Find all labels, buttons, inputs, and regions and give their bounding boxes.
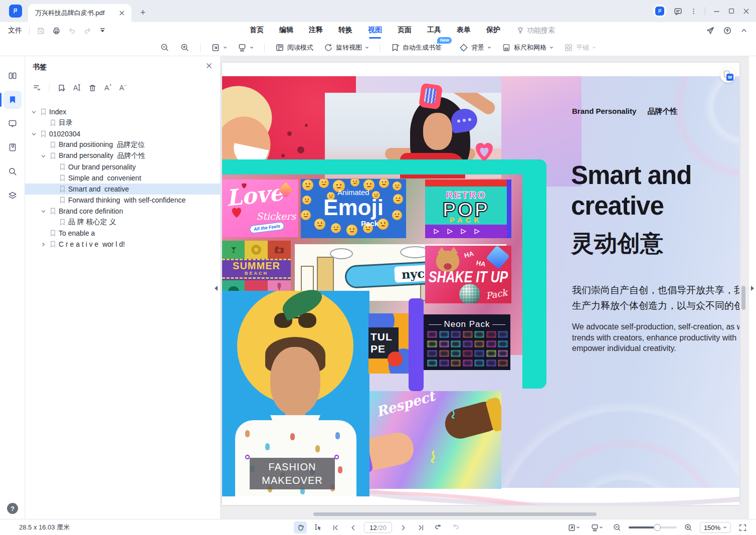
chevron-down-icon[interactable]: [40, 208, 50, 215]
rotate-view-dropdown[interactable]: 旋转视图: [322, 42, 371, 54]
expand-options-icon[interactable]: [33, 83, 42, 92]
chevron-down-icon[interactable]: [31, 109, 40, 115]
horizontal-scrollbar[interactable]: [313, 512, 597, 516]
ruler-grid-dropdown[interactable]: 标尺和网格: [500, 42, 555, 54]
menu-item-8[interactable]: 保护: [486, 22, 500, 39]
bookmark-row[interactable]: Index: [25, 106, 220, 117]
bookmark-icon: [50, 230, 59, 237]
zoom-out-button[interactable]: [158, 41, 171, 54]
app-badge-icon[interactable]: [653, 5, 666, 18]
expand-right-panel-icon[interactable]: [751, 286, 754, 291]
page-number-input[interactable]: 12 /20: [364, 522, 392, 533]
zoom-out-status-button[interactable]: [611, 521, 624, 533]
toolbar-collapse-icon[interactable]: [99, 27, 106, 35]
bookmark-row[interactable]: Simple and convenient: [25, 172, 220, 184]
menu-file[interactable]: 文件: [8, 26, 22, 35]
collapse-left-panel-icon[interactable]: [215, 286, 218, 291]
fit-width-dropdown[interactable]: [209, 42, 229, 54]
menu-item-1[interactable]: 编辑: [279, 22, 293, 39]
rename-bookmark-icon[interactable]: A: [73, 84, 81, 92]
bookmarks-panel-icon[interactable]: [4, 91, 22, 109]
share-icon[interactable]: [706, 26, 715, 35]
page-display-dropdown[interactable]: [236, 42, 256, 54]
bookmark-row[interactable]: Brand personality 品牌个性: [25, 150, 220, 161]
menu-item-6[interactable]: 工具: [427, 22, 441, 39]
more-menu-icon[interactable]: [690, 8, 697, 15]
help-button[interactable]: ?: [7, 503, 18, 514]
menu-item-7[interactable]: 表单: [457, 22, 471, 39]
bookmark-row[interactable]: Forward thinking with self-confidence: [25, 195, 220, 206]
save-icon[interactable]: [37, 27, 45, 35]
bookmark-row[interactable]: 目录: [25, 117, 220, 128]
fit-page-dropdown[interactable]: [564, 521, 583, 533]
zoom-level-dropdown[interactable]: 150%: [700, 522, 731, 533]
attachments-panel-icon[interactable]: [4, 138, 22, 156]
fashion-makeover-caption[interactable]: FASHION MAKEOVER: [250, 457, 335, 489]
bookmark-row[interactable]: Brand core definition: [25, 206, 220, 217]
chevron-right-icon[interactable]: [40, 241, 50, 248]
selection-handle[interactable]: [334, 455, 339, 459]
bookmark-row[interactable]: Brand positioning 品牌定位: [25, 139, 220, 150]
feedback-icon[interactable]: [674, 7, 682, 16]
vertical-scrollbar[interactable]: [741, 286, 745, 310]
comments-panel-icon[interactable]: [4, 114, 22, 132]
menu-item-2[interactable]: 注释: [309, 22, 323, 39]
panel-close-icon[interactable]: [206, 63, 212, 69]
selection-handle[interactable]: [245, 455, 250, 459]
menu-item-5[interactable]: 页面: [398, 22, 412, 39]
bookmark-row[interactable]: 品 牌 核心定 义: [25, 217, 220, 228]
document-tab[interactable]: 万兴科技品牌白皮书.pdf: [28, 4, 131, 22]
document-viewport[interactable]: Love Stickers All the Feels Animated Emo…: [221, 56, 756, 519]
previous-page-button[interactable]: [346, 521, 359, 533]
background-dropdown[interactable]: 背景: [457, 42, 493, 54]
previous-view-button[interactable]: [432, 521, 445, 533]
menu-item-0[interactable]: 首页: [250, 22, 264, 39]
layers-panel-icon[interactable]: [4, 187, 22, 205]
bookmark-label: 01020304: [49, 130, 80, 138]
hand-tool-button[interactable]: [294, 521, 307, 533]
bookmark-row[interactable]: To enable a: [25, 228, 220, 239]
expand-all-icon[interactable]: A+: [104, 84, 112, 92]
zoom-slider[interactable]: [629, 526, 677, 528]
maximize-button[interactable]: [728, 8, 735, 15]
delete-bookmark-icon[interactable]: [88, 84, 97, 92]
collapse-all-icon[interactable]: A−: [119, 84, 127, 92]
thumbnails-panel-icon[interactable]: [4, 67, 22, 85]
minimize-button[interactable]: [713, 8, 720, 15]
sync-icon[interactable]: [723, 26, 732, 35]
bookmark-label: Brand personality 品牌个性: [59, 151, 145, 160]
zoom-slider-knob[interactable]: [654, 524, 661, 531]
last-page-button[interactable]: [414, 521, 427, 533]
page-layout-dropdown[interactable]: [588, 521, 606, 533]
print-icon[interactable]: [52, 27, 61, 35]
auto-bookmark-button[interactable]: 自动生成书签 New: [389, 42, 444, 54]
zoom-in-button[interactable]: [178, 41, 192, 54]
summer-label: SUMMER: [222, 260, 291, 271]
first-page-button[interactable]: [329, 521, 342, 533]
redo-icon[interactable]: [83, 27, 92, 35]
search-panel-icon[interactable]: [4, 162, 22, 181]
tab-close-icon[interactable]: [117, 9, 126, 18]
feature-search[interactable]: 功能搜索: [516, 22, 555, 39]
bookmark-row[interactable]: Smart and creative: [25, 184, 220, 195]
collapse-toolbar-icon[interactable]: [740, 27, 748, 35]
zoom-in-status-button[interactable]: [682, 521, 695, 533]
chevron-down-icon[interactable]: [40, 153, 50, 159]
bookmark-icon: [50, 119, 59, 126]
menu-item-4[interactable]: 视图: [368, 22, 382, 39]
chevron-down-icon[interactable]: [31, 131, 40, 137]
fullscreen-button[interactable]: [736, 521, 749, 533]
bookmark-row[interactable]: C r e a t i v e wor l d!: [25, 239, 220, 250]
new-tab-button[interactable]: +: [136, 6, 149, 19]
menu-item-3[interactable]: 转换: [338, 22, 352, 39]
close-button[interactable]: [742, 8, 750, 15]
add-bookmark-icon[interactable]: [57, 84, 66, 92]
next-page-button[interactable]: [397, 521, 410, 533]
bookmark-row[interactable]: Our brand personality: [25, 161, 220, 172]
reading-mode-button[interactable]: 阅读模式: [273, 42, 315, 54]
export-to-word-button[interactable]: W: [720, 68, 735, 83]
bookmark-row[interactable]: 01020304: [25, 128, 220, 139]
undo-icon[interactable]: [68, 27, 76, 35]
gem-blue-icon: [486, 246, 510, 269]
select-tool-button[interactable]: [311, 521, 324, 533]
